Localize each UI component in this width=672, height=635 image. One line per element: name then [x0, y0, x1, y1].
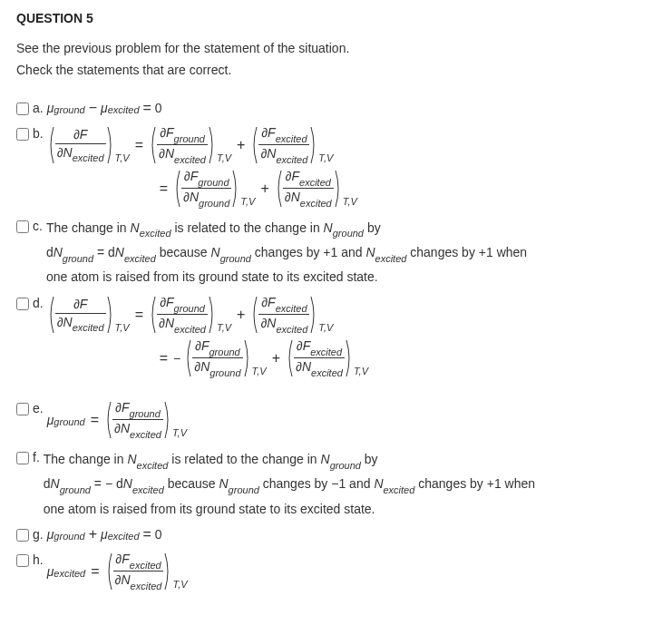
label-c: c.	[33, 218, 43, 233]
zero: 0	[155, 527, 162, 542]
option-a: a. μground − μexcited = 0	[16, 100, 656, 120]
checkbox-f[interactable]	[16, 452, 29, 464]
plus-op: +	[89, 526, 97, 542]
equation-h: μexcited = ∂Fexcited∂Nexcited T,V	[47, 552, 656, 591]
equation-g: μground + μexcited = 0	[47, 526, 656, 542]
label-h: h.	[33, 552, 44, 567]
option-c-line3: one atom is raised from its ground state…	[46, 267, 656, 287]
option-c: c. The change in Nexcited is related to …	[16, 218, 656, 289]
paren-dFground-dNexcited-d: ∂Fground∂Nexcited T,V	[149, 295, 231, 335]
sub-excited: excited	[108, 531, 140, 542]
label-e: e.	[33, 400, 44, 415]
mu-symbol: μ	[101, 527, 108, 542]
eq-op: =	[143, 100, 151, 116]
checkbox-c[interactable]	[16, 220, 29, 233]
option-c-line1: The change in Nexcited is related to the…	[46, 218, 656, 240]
eq-op: =	[143, 526, 151, 542]
mu-symbol: μ	[47, 413, 54, 427]
minus-op: −	[173, 351, 180, 366]
checkbox-g[interactable]	[16, 529, 29, 542]
sub-excited: excited	[108, 104, 140, 115]
instruction-line-2: Check the statements that are correct.	[16, 60, 656, 82]
label-d: d.	[33, 295, 44, 310]
option-h: h. μexcited = ∂Fexcited∂Nexcited T,V	[16, 552, 656, 595]
option-f-line3: one atom is raised from its ground state…	[44, 499, 656, 519]
label-a: a.	[33, 100, 44, 115]
checkbox-b[interactable]	[16, 128, 29, 141]
paren-dFground-dNground-d: ∂Fground∂Nground T,V	[184, 338, 266, 378]
paren-dFexcited-dNexcited-d2: ∂Fexcited∂Nexcited T,V	[286, 338, 368, 378]
question-header: QUESTION 5	[16, 11, 656, 25]
eq-op: =	[135, 137, 143, 153]
option-f: f. The change in Nexcited is related to …	[16, 449, 656, 521]
paren-dFground-dNexcited-e: ∂Fground∂Nexcited T,V	[104, 400, 187, 440]
equation-e: μground = ∂Fground∂Nexcited T,V	[47, 400, 656, 440]
mu-symbol: μ	[101, 101, 108, 115]
eq-op: =	[91, 412, 99, 428]
paren-dFground-dNexcited: ∂Fground∂Nexcited T,V	[149, 125, 231, 165]
checkbox-d[interactable]	[16, 298, 29, 310]
plus-op: +	[260, 181, 268, 197]
option-f-line2: dNground = − dNexcited because Nground c…	[44, 474, 656, 496]
mu-symbol: μ	[47, 527, 54, 542]
eq-op: =	[91, 563, 99, 580]
sub-ground: ground	[54, 104, 84, 115]
plus-op: +	[237, 307, 245, 323]
checkbox-e[interactable]	[16, 403, 29, 415]
option-f-line1: The change in Nexcited is related to the…	[44, 449, 656, 472]
paren-dFexcited-dNexcited: ∂Fexcited∂Nexcited T,V	[250, 125, 333, 165]
instructions: See the previous problem for the stateme…	[16, 38, 656, 82]
paren-dFexcited-dNexcited-2: ∂Fexcited∂Nexcited T,V	[275, 169, 357, 209]
option-d: d. ∂F∂Nexcited T,V = ∂Fground∂Nexcited T…	[16, 295, 656, 382]
paren-dFground-dNground: ∂Fground∂Nground T,V	[173, 169, 255, 209]
paren-dFexcited-dNexcited-h: ∂Fexcited∂Nexcited T,V	[105, 552, 188, 591]
zero: 0	[155, 101, 162, 115]
mu-symbol: μ	[47, 564, 54, 579]
equation-b-line2: = ∂Fground∂Nground T,V + ∂Fexcited∂Nexci…	[154, 169, 656, 209]
paren-dF-dNexcited-d: ∂F∂Nexcited T,V	[47, 295, 130, 335]
option-c-line2: dNground = dNexcited because Nground cha…	[46, 242, 656, 265]
sub-excited: excited	[54, 568, 85, 579]
option-b: b. ∂F∂Nexcited T,V = ∂Fground∂Nexcited T…	[16, 125, 656, 212]
equation-b-line1: ∂F∂Nexcited T,V = ∂Fground∂Nexcited T,V …	[47, 125, 656, 165]
equation-a: μground − μexcited = 0	[47, 100, 656, 116]
equation-d-line2: = − ∂Fground∂Nground T,V + ∂Fexcited∂Nex…	[154, 338, 656, 378]
instruction-line-1: See the previous problem for the stateme…	[16, 38, 656, 60]
paren-dFexcited-dNexcited-d: ∂Fexcited∂Nexcited T,V	[250, 295, 333, 335]
label-b: b.	[33, 125, 44, 141]
checkbox-h[interactable]	[16, 554, 29, 567]
label-g: g.	[33, 526, 44, 542]
eq-op: =	[135, 307, 143, 323]
sub-ground: ground	[54, 531, 84, 542]
minus-op: −	[89, 100, 97, 116]
paren-dF-dNexcited: ∂F∂Nexcited T,V	[47, 125, 130, 165]
equation-d-line1: ∂F∂Nexcited T,V = ∂Fground∂Nexcited T,V …	[47, 295, 656, 335]
mu-symbol: μ	[47, 101, 54, 115]
option-g: g. μground + μexcited = 0	[16, 526, 656, 546]
eq-op: =	[160, 350, 168, 366]
label-f: f.	[33, 449, 40, 464]
plus-op: +	[237, 137, 245, 153]
plus-op: +	[272, 350, 280, 366]
option-e: e. μground = ∂Fground∂Nexcited T,V	[16, 400, 656, 444]
checkbox-a[interactable]	[16, 103, 29, 115]
sub-ground: ground	[54, 416, 84, 427]
eq-op: =	[160, 181, 168, 197]
